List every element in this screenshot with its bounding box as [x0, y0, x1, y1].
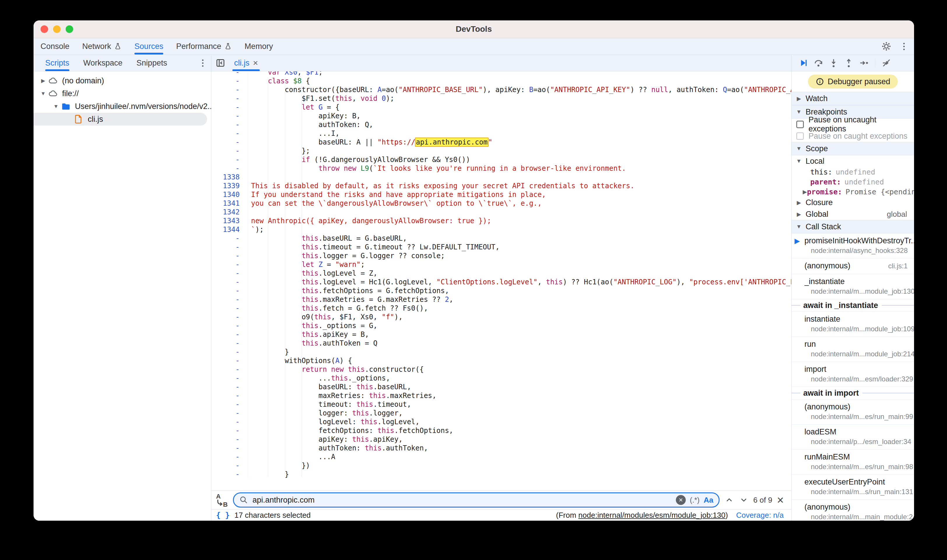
scope-variable-this[interactable]: this:undefined — [791, 167, 914, 177]
line-number-gutter[interactable]: - — [211, 417, 248, 426]
code-line[interactable]: -this.logLevel = Z, — [211, 269, 791, 278]
code-line[interactable]: -throw new L9(`It looks like you're runn… — [211, 164, 791, 173]
code-line[interactable]: 1339This is disabled by default, as it r… — [211, 182, 791, 190]
scope-group-global[interactable]: ▶Globalglobal — [791, 208, 914, 220]
line-number-gutter[interactable]: - — [211, 251, 248, 260]
tab-console[interactable]: Console — [40, 38, 69, 54]
code-line[interactable]: -this.timeout = G.timeout ?? Lw.DEFAULT_… — [211, 243, 791, 251]
line-number-gutter[interactable]: - — [211, 470, 248, 479]
code-line[interactable]: -apiKey: B, — [211, 112, 791, 120]
navigator-tab-snippets[interactable]: Snippets — [136, 55, 167, 71]
coverage-link[interactable]: Coverage: n/a — [736, 511, 784, 520]
section-watch[interactable]: ▶ Watch — [791, 92, 914, 105]
tree-item-cli-js[interactable]: cli.js — [34, 113, 207, 126]
call-stack-frame[interactable]: (anonymous)cli.js:1 — [791, 258, 914, 274]
line-number-gutter[interactable]: 1338 — [211, 173, 248, 182]
section-call-stack[interactable]: ▼ Call Stack — [791, 220, 914, 233]
step-icon[interactable] — [858, 57, 870, 69]
line-number-gutter[interactable]: - — [211, 120, 248, 129]
code-line[interactable]: 1341you can set the \`dangerouslyAllowBr… — [211, 199, 791, 208]
deactivate-breakpoints-icon[interactable] — [881, 57, 892, 69]
code-line[interactable]: -baseURL: A || "https://api.anthropic.co… — [211, 138, 791, 146]
line-number-gutter[interactable]: - — [211, 461, 248, 470]
code-line[interactable]: -this._options = G, — [211, 322, 791, 330]
navigator-tab-workspace[interactable]: Workspace — [83, 55, 123, 71]
section-scope[interactable]: ▼ Scope — [791, 142, 914, 155]
code-line[interactable]: -constructor({baseURL: A=ao("ANTHROPIC_B… — [211, 85, 791, 94]
line-number-gutter[interactable]: - — [211, 234, 248, 243]
call-stack-frame[interactable]: loadESMnode:internal/p.../esm_loader:34 — [791, 425, 914, 449]
code-line[interactable]: -...I, — [211, 129, 791, 138]
code-line[interactable]: -logger: this.logger, — [211, 409, 791, 417]
line-number-gutter[interactable]: 1344 — [211, 225, 248, 234]
tab-sources[interactable]: Sources — [134, 38, 163, 54]
code-line[interactable]: 1342 — [211, 208, 791, 217]
next-match-icon[interactable] — [739, 495, 749, 505]
code-editor[interactable]: -var Xs0, $F1;-class $8 {-constructor({b… — [211, 71, 791, 490]
line-number-gutter[interactable]: - — [211, 129, 248, 138]
line-number-gutter[interactable]: - — [211, 391, 248, 400]
scope-variable-parent[interactable]: parent:undefined — [791, 177, 914, 187]
navigator-tab-scripts[interactable]: Scripts — [45, 55, 69, 71]
chevron-down-icon[interactable]: ▼ — [38, 91, 48, 97]
pretty-print-icon[interactable]: { } — [216, 511, 230, 520]
step-over-icon[interactable] — [813, 57, 824, 69]
scope-group-local[interactable]: ▼Local — [791, 155, 914, 167]
close-find-bar-icon[interactable]: × — [777, 494, 784, 506]
line-number-gutter[interactable]: - — [211, 278, 248, 286]
line-number-gutter[interactable]: 1339 — [211, 182, 248, 190]
code-line[interactable]: -this.maxRetries = G.maxRetries ?? 2, — [211, 295, 791, 304]
line-number-gutter[interactable]: - — [211, 400, 248, 409]
customize-devtools-menu[interactable] — [901, 42, 907, 51]
line-number-gutter[interactable]: - — [211, 94, 248, 103]
scope-variable-promise[interactable]: ▶promise:Promise {<pending>} — [791, 187, 914, 197]
match-case-toggle[interactable]: Aa — [703, 495, 713, 505]
line-number-gutter[interactable]: - — [211, 426, 248, 435]
regex-toggle[interactable]: (.*) — [690, 496, 699, 505]
code-line[interactable]: -baseURL: this.baseURL, — [211, 383, 791, 391]
resume-script-icon[interactable] — [797, 57, 809, 69]
code-line[interactable]: -...this._options, — [211, 374, 791, 383]
code-line[interactable]: -maxRetries: this.maxRetries, — [211, 391, 791, 400]
line-number-gutter[interactable]: - — [211, 155, 248, 164]
call-stack-frame[interactable]: importnode:internal/m...esm/loader:329 — [791, 362, 914, 387]
code-line[interactable]: -} — [211, 470, 791, 479]
line-number-gutter[interactable]: - — [211, 103, 248, 112]
call-stack-frame[interactable]: instantiatenode:internal/m...module_job:… — [791, 312, 914, 337]
tree-item-users-jinhuilee-nvm-versions-node-v2-[interactable]: ▼Users/jinhuilee/.nvm/versions/node/v2..… — [34, 100, 211, 113]
code-line[interactable]: -this.authToken = Q — [211, 339, 791, 348]
hide-navigator-icon[interactable] — [211, 55, 230, 71]
line-number-gutter[interactable]: - — [211, 77, 248, 85]
line-number-gutter[interactable]: 1343 — [211, 217, 248, 225]
code-line[interactable]: -apiKey: this.apiKey, — [211, 435, 791, 444]
line-number-gutter[interactable]: - — [211, 146, 248, 155]
chevron-right-icon[interactable]: ▶ — [38, 77, 48, 84]
code-line[interactable]: -let G = { — [211, 103, 791, 112]
code-line[interactable]: -this.fetch = G.fetch ?? Fs0(), — [211, 304, 791, 312]
code-line[interactable]: 1343new Anthropic({ apiKey, dangerouslyA… — [211, 217, 791, 225]
code-line[interactable]: -this.baseURL = G.baseURL, — [211, 234, 791, 243]
code-line[interactable]: -authToken: Q, — [211, 120, 791, 129]
code-line[interactable]: -}) — [211, 461, 791, 470]
code-line[interactable]: -this.apiKey = B, — [211, 330, 791, 339]
call-stack-frame[interactable]: (anonymous)node:internal/m...es/run_main… — [791, 400, 914, 425]
code-line[interactable]: -class $8 { — [211, 77, 791, 85]
settings-gear-icon[interactable] — [878, 41, 895, 52]
scope-group-closure[interactable]: ▶Closure — [791, 197, 914, 208]
tree-item--no-domain-[interactable]: ▶(no domain) — [34, 74, 211, 87]
tab-cli-js[interactable]: cli.js × — [230, 55, 263, 71]
line-number-gutter[interactable]: - — [211, 112, 248, 120]
step-into-icon[interactable] — [828, 57, 839, 69]
code-line[interactable]: -o9(this, $F1, Xs0, "f"), — [211, 312, 791, 322]
line-number-gutter[interactable]: - — [211, 409, 248, 417]
step-out-icon[interactable] — [843, 57, 854, 69]
code-line[interactable]: -return new this.constructor({ — [211, 365, 791, 374]
code-line[interactable]: -withOptions(A) { — [211, 356, 791, 365]
line-number-gutter[interactable]: 1342 — [211, 208, 248, 217]
call-stack-frame[interactable]: (anonymous)node:internal/m...main_module… — [791, 500, 914, 521]
code-line[interactable]: -} — [211, 348, 791, 356]
call-stack-frame[interactable]: runnode:internal/m...module_job:214 — [791, 337, 914, 362]
tab-performance[interactable]: Performance — [176, 38, 232, 54]
clear-search-icon[interactable]: × — [676, 495, 686, 505]
line-number-gutter[interactable]: - — [211, 85, 248, 94]
